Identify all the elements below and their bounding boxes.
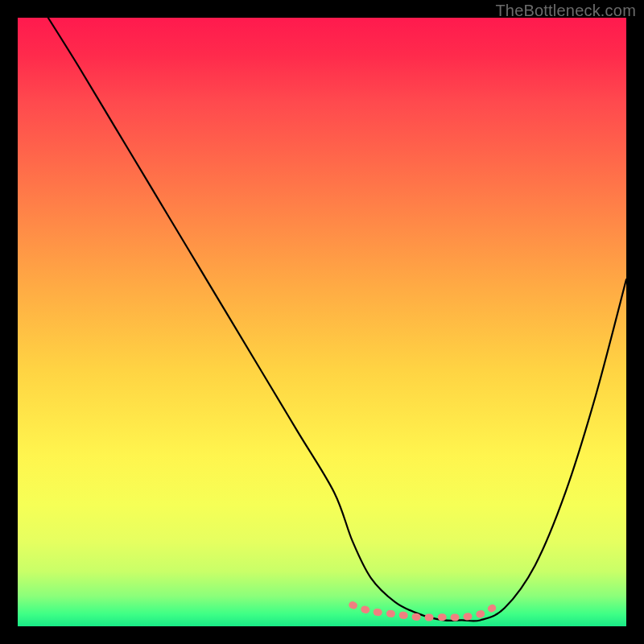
chart-stage: TheBottleneck.com <box>0 0 644 644</box>
watermark-text: TheBottleneck.com <box>495 2 636 20</box>
bottleneck-curve <box>48 18 626 621</box>
curve-layer <box>18 18 626 626</box>
plot-area <box>18 18 626 626</box>
